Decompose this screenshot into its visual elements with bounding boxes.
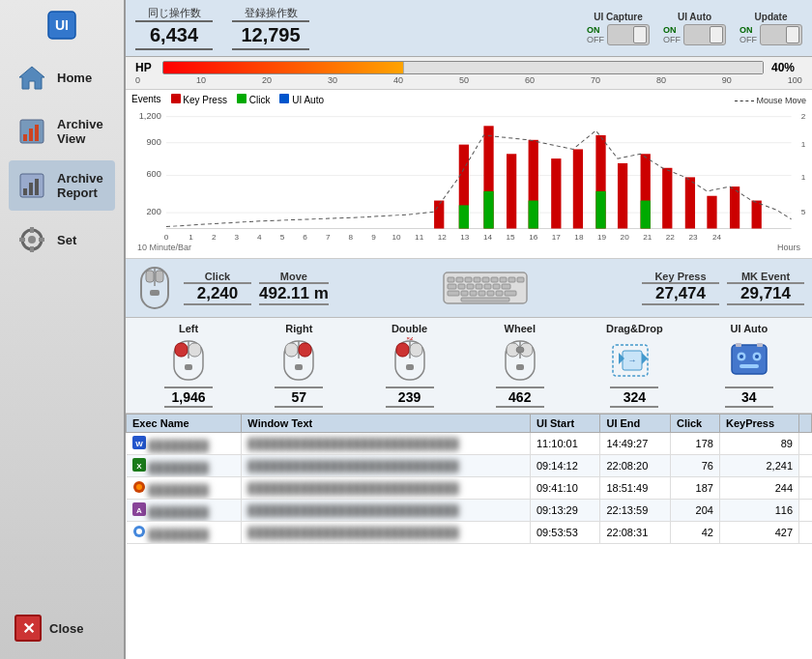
svg-rect-37	[529, 201, 538, 229]
ui-start-cell: 11:10:01	[530, 433, 599, 455]
exec-name-cell: A ████████	[127, 500, 242, 522]
update-toggle[interactable]: Update ON OFF	[740, 12, 802, 45]
svg-text:0: 0	[164, 233, 169, 242]
svg-rect-100	[478, 291, 485, 296]
login-ops-label: 登録操作数	[245, 6, 298, 20]
col-keypress: KeyPress	[719, 415, 798, 433]
table-row[interactable]: ████████████████████████████████████09:5…	[127, 522, 812, 544]
svg-rect-30	[434, 201, 444, 229]
svg-text:2: 2	[212, 233, 217, 242]
ui-auto-switch[interactable]	[683, 24, 726, 45]
svg-rect-47	[707, 196, 716, 229]
table-row[interactable]: ████████████████████████████████████09:4…	[127, 477, 812, 500]
svg-text:20: 20	[621, 233, 630, 242]
close-label: Close	[49, 621, 83, 636]
sidebar-item-archive-report[interactable]: ArchiveReport	[9, 160, 115, 211]
svg-point-136	[740, 355, 743, 358]
wheel-value: 462	[496, 387, 544, 408]
svg-rect-6	[35, 125, 39, 141]
mouse-icon-area	[133, 263, 176, 313]
sidebar-item-archive-report-label: ArchiveReport	[57, 171, 103, 200]
ui-auto-toggle[interactable]: UI Auto ON OFF	[663, 12, 726, 45]
keypress-cell: 427	[719, 522, 798, 544]
sidebar-item-home[interactable]: Home	[9, 52, 115, 102]
dragdrop-icon: →	[611, 337, 657, 384]
svg-point-145	[136, 484, 142, 490]
ui-auto-legend: UI Auto	[279, 94, 324, 105]
wheel-mouse-icon	[501, 337, 539, 384]
keypress-cell: 2,241	[719, 455, 798, 477]
svg-text:X: X	[136, 462, 142, 471]
svg-rect-86	[491, 277, 498, 282]
dragdrop-label: Drag&Drop	[606, 323, 663, 334]
col-window-text: Window Text	[242, 415, 531, 433]
svg-rect-44	[641, 201, 651, 229]
svg-rect-4	[23, 134, 27, 141]
svg-point-149	[136, 529, 142, 534]
mk-event-stat: MK Event 29,714	[727, 271, 804, 305]
window-text-cell: ████████████████████████████	[242, 522, 531, 544]
click-cell: 187	[670, 477, 719, 500]
close-button[interactable]: ✕ Close	[9, 607, 115, 649]
table-row[interactable]: A ████████████████████████████████████09…	[127, 500, 812, 522]
svg-rect-10	[35, 179, 39, 195]
ui-end-cell: 22:08:20	[600, 455, 670, 477]
table-header-row: Exec Name Window Text UI Start UI End Cl…	[127, 415, 812, 433]
ui-capture-on: ON	[587, 25, 604, 35]
svg-text:×2: ×2	[406, 337, 414, 341]
window-text-cell: ████████████████████████████	[242, 500, 531, 522]
key-press-value: 27,474	[642, 282, 719, 305]
svg-text:4: 4	[257, 233, 262, 242]
click-type-ui-auto: UI Auto 34	[725, 323, 773, 408]
svg-rect-113	[299, 343, 311, 357]
window-text-cell: ████████████████████████████	[242, 455, 531, 477]
login-ops-stat: 登録操作数 12,795	[232, 6, 309, 50]
svg-rect-96	[502, 284, 510, 289]
svg-text:12: 12	[438, 233, 448, 242]
click-type-wheel: Wheel 462	[496, 323, 544, 408]
double-value: 239	[386, 387, 434, 408]
svg-text:17: 17	[552, 233, 562, 242]
chart-legend: Events Key Press Click UI Auto	[131, 94, 324, 105]
click-types-row: Left 1,946 Right 57 Double	[126, 318, 812, 414]
svg-text:11m: 11m	[801, 174, 806, 183]
svg-text:16: 16	[529, 233, 538, 242]
click-legend: Click	[237, 94, 270, 105]
click-cell: 76	[670, 455, 719, 477]
svg-rect-81	[448, 277, 454, 282]
ui-capture-switch[interactable]	[607, 24, 650, 45]
click-type-left: Left 1,946	[164, 323, 213, 408]
svg-text:22m: 22m	[801, 112, 806, 121]
sidebar-item-set[interactable]: Set	[9, 215, 115, 265]
svg-rect-83	[465, 277, 472, 282]
move-value: 492.11 m	[259, 282, 329, 305]
svg-text:14: 14	[483, 233, 493, 242]
ui-capture-toggle[interactable]: UI Capture ON OFF	[587, 12, 650, 45]
svg-text:5: 5	[280, 233, 285, 242]
archive-view-icon	[14, 114, 49, 149]
svg-rect-49	[752, 201, 762, 229]
top-controls: UI Capture ON OFF UI Auto ON	[587, 12, 802, 45]
ui-auto-off: OFF	[663, 35, 681, 44]
table-row[interactable]: W ████████████████████████████████████11…	[127, 433, 812, 455]
same-ops-value: 6,434	[135, 20, 213, 50]
same-ops-stat: 同じ操作数 6,434	[135, 6, 213, 50]
table-row[interactable]: X ████████████████████████████████████09…	[127, 455, 812, 477]
svg-point-12	[28, 236, 36, 244]
chart-section: Events Key Press Click UI Auto Mouse Mov…	[126, 90, 812, 259]
mk-event-label: MK Event	[741, 271, 790, 282]
svg-text:900: 900	[146, 137, 160, 147]
app-logo: UI	[46, 10, 77, 43]
update-switch[interactable]	[760, 24, 802, 45]
svg-rect-108	[188, 343, 201, 357]
svg-text:10: 10	[392, 233, 401, 242]
svg-rect-103	[505, 291, 516, 296]
window-text-cell: ████████████████████████████	[242, 477, 531, 500]
archive-report-icon	[14, 168, 49, 203]
svg-rect-102	[496, 291, 503, 296]
svg-rect-101	[487, 291, 494, 296]
sidebar-item-archive-view[interactable]: ArchiveView	[9, 106, 115, 157]
login-ops-value: 12,795	[232, 20, 309, 50]
update-on: ON	[740, 25, 757, 35]
col-exec-name: Exec Name	[127, 415, 242, 433]
